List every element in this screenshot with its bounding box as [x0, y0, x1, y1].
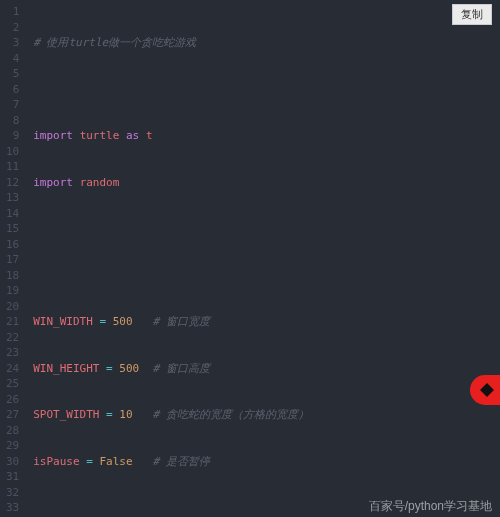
line-number: 1: [6, 4, 19, 20]
line-number: 8: [6, 113, 19, 129]
code-area[interactable]: # 使用turtle做一个贪吃蛇游戏 import turtle as t im…: [27, 0, 500, 517]
line-number: 19: [6, 283, 19, 299]
code-line: import turtle as t: [33, 128, 500, 144]
line-number: 15: [6, 221, 19, 237]
line-number: 7: [6, 97, 19, 113]
line-number: 29: [6, 438, 19, 454]
line-number: 22: [6, 330, 19, 346]
line-number: 3: [6, 35, 19, 51]
line-number: 31: [6, 469, 19, 485]
code-line: # 使用turtle做一个贪吃蛇游戏: [33, 35, 500, 51]
line-number: 23: [6, 345, 19, 361]
share-badge-icon[interactable]: [470, 375, 500, 405]
line-number: 18: [6, 268, 19, 284]
line-number: 10: [6, 144, 19, 160]
line-number: 26: [6, 392, 19, 408]
line-number: 25: [6, 376, 19, 392]
line-number: 20: [6, 299, 19, 315]
line-number: 27: [6, 407, 19, 423]
copy-button[interactable]: 复制: [452, 4, 492, 25]
line-number: 13: [6, 190, 19, 206]
code-editor: 1 2 3 4 5 6 7 8 9 10 11 12 13 14 15 16 1…: [0, 0, 500, 517]
line-number: 5: [6, 66, 19, 82]
code-line: WIN_HEIGHT = 500 # 窗口高度: [33, 361, 500, 377]
line-number: 11: [6, 159, 19, 175]
code-line: import random: [33, 175, 500, 191]
code-line: SPOT_WIDTH = 10 # 贪吃蛇的宽度（方格的宽度）: [33, 407, 500, 423]
line-number: 16: [6, 237, 19, 253]
line-number: 12: [6, 175, 19, 191]
code-line: [33, 82, 500, 98]
line-number: 14: [6, 206, 19, 222]
code-line: isPause = False # 是否暂停: [33, 454, 500, 470]
line-gutter: 1 2 3 4 5 6 7 8 9 10 11 12 13 14 15 16 1…: [0, 0, 27, 517]
line-number: 17: [6, 252, 19, 268]
line-number: 4: [6, 51, 19, 67]
code-line: [33, 268, 500, 284]
line-number: 30: [6, 454, 19, 470]
line-number: 33: [6, 500, 19, 516]
line-number: 32: [6, 485, 19, 501]
line-number: 6: [6, 82, 19, 98]
line-number: 24: [6, 361, 19, 377]
code-line: WIN_WIDTH = 500 # 窗口宽度: [33, 314, 500, 330]
code-line: [33, 221, 500, 237]
line-number: 9: [6, 128, 19, 144]
line-number: 21: [6, 314, 19, 330]
watermark-text: 百家号/python学习基地: [369, 498, 492, 515]
line-number: 2: [6, 20, 19, 36]
line-number: 28: [6, 423, 19, 439]
